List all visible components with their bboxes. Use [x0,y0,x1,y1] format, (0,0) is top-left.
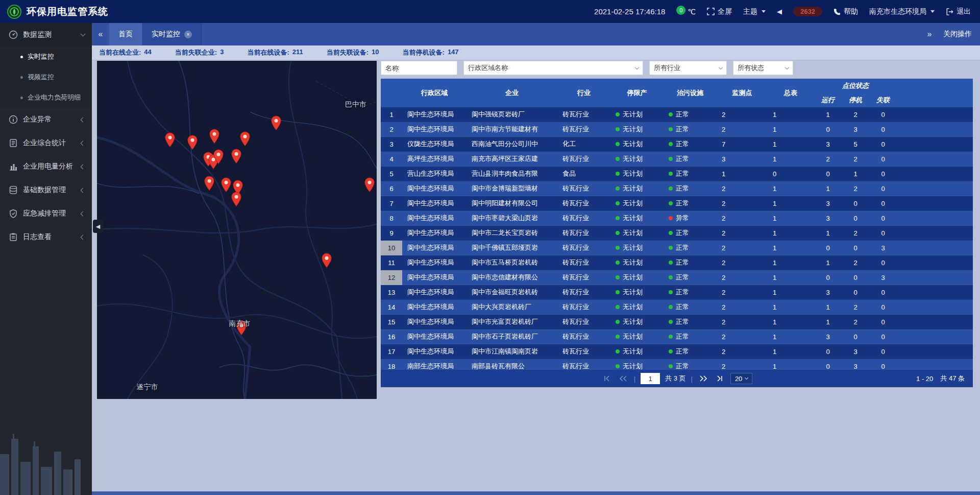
table-row[interactable]: 7阆中生态环境局阆中明阳建材有限公司砖瓦行业无计划正常21300 [381,196,973,211]
chevron-down-icon [762,10,766,13]
map-pin[interactable] [321,253,332,270]
chevron-left-icon [81,187,86,193]
row-index: 14 [381,300,402,315]
table-row[interactable]: 11阆中生态环境局阆中市五马桥页岩机砖砖瓦行业无计划正常21120 [381,255,973,270]
table-row[interactable]: 3仪陇生态环境局西南油气田分公司川中化工无计划正常71350 [381,137,973,152]
tabs-scroll-left-button[interactable]: « [92,30,109,39]
stat-lost-enterprises: 当前失联企业:3 [175,48,224,57]
sidebar-item-data-monitor[interactable]: 数据监测 [0,23,92,46]
col-group-point-status: 点位状态 运行 停机 失联 [814,79,897,107]
table-row[interactable]: 14阆中生态环境局阆中大兴页岩机砖厂砖瓦行业无计划正常21120 [381,300,973,315]
cell-stopped: 0 [842,196,869,211]
table-row[interactable]: 17阆中生态环境局阆中市江南镇阆南页岩砖瓦行业无计划正常21030 [381,344,973,359]
table-row[interactable]: 10阆中生态环境局阆中千佛镇五郎垭页岩砖瓦行业无计划正常21003 [381,241,973,255]
cell-region: 南部生态环境局 [402,359,467,370]
last-page-button[interactable] [714,373,725,384]
cell-industry: 砖瓦行业 [557,344,610,359]
footer-strip [92,491,980,495]
map-pin[interactable] [209,129,220,146]
map-pin[interactable] [213,149,224,167]
temperature: 0 ℃ [676,8,696,16]
page-number-input[interactable] [641,373,660,384]
cell-points: 2 [717,344,768,359]
tab-realtime-monitor[interactable]: 实时监控 × [142,23,202,45]
region-select[interactable]: 行政区域名称 [463,61,643,75]
map-pin[interactable] [239,131,250,149]
table-row[interactable]: 15阆中生态环境局阆中市光富页岩机砖厂砖瓦行业无计划正常21120 [381,315,973,329]
table-row[interactable]: 2阆中生态环境局阆中市南方节能建材有砖瓦行业无计划正常21030 [381,122,973,137]
tabs-scroll-right-button[interactable]: » [921,30,938,39]
database-icon [9,185,18,195]
cell-company: 阆中明阳建材有限公司 [467,196,557,211]
status-dot [669,349,673,353]
cell-points: 3 [717,152,768,167]
sidebar-item-power-load-detail[interactable]: 企业电力负荷明细 [0,87,92,108]
status-select[interactable]: 所有状态 [733,61,793,75]
cell-lost: 0 [869,344,897,359]
app-header: 环保用电监管系统 2021-02-25 17:46:18 0 ℃ 全屏 主题 ◀… [0,0,980,23]
chevron-down-icon [81,32,86,37]
map-pin[interactable] [231,192,241,209]
cell-total: 1 [768,300,814,315]
map-pin[interactable] [221,177,232,195]
cell-region: 阆中生态环境局 [402,329,467,344]
stat-lost-devices: 当前失联设备:10 [327,48,379,57]
map-pin[interactable] [165,132,176,150]
sidebar-item-realtime-monitor[interactable]: 实时监控 [0,46,92,67]
theme-menu[interactable]: 主题 [743,7,766,16]
table-row[interactable]: 9阆中生态环境局阆中市二龙长宝页岩砖砖瓦行业无计划正常21120 [381,226,973,241]
logout-button[interactable]: 退出 [946,7,971,16]
chevron-left-icon [81,117,86,122]
sidebar-item-emergency[interactable]: 应急减排管理 [0,202,92,225]
sidebar-item-enterprise-abnormal[interactable]: 企业异常 [0,108,92,131]
cell-industry: 砖瓦行业 [557,285,610,300]
table-row[interactable]: 5营山生态环境局营山县润丰肉食品有限食品无计划正常10010 [381,167,973,181]
first-page-button[interactable] [601,373,612,384]
help-button[interactable]: 帮助 [834,7,858,16]
cell-running: 0 [814,167,842,181]
map-pin[interactable] [271,115,282,133]
close-operations-button[interactable]: 关闭操作 [943,30,972,39]
cell-facility: 正常 [664,285,717,300]
map-panel[interactable]: 巴中市南充市遂宁市 [97,61,377,399]
table-row[interactable]: 4高坪生态环境局南充市高坪区王家店建砖瓦行业无计划正常31220 [381,152,973,167]
cell-stop-plan: 无计划 [610,255,664,270]
notice-prev-icon[interactable]: ◀ [777,8,782,15]
cell-stop-plan: 无计划 [610,344,664,359]
cell-running: 3 [814,137,842,152]
sidebar-item-enterprise-stats[interactable]: 企业综合统计 [0,131,92,155]
cell-points: 2 [717,226,768,241]
map-pin[interactable] [187,135,198,152]
map-pin[interactable] [364,177,375,195]
next-page-button[interactable] [698,373,709,384]
cell-stop-plan: 无计划 [610,359,664,370]
table-row[interactable]: 12阆中生态环境局阆中市忠信建材有限公砖瓦行业无计划正常21003 [381,270,973,285]
sidebar-item-power-analysis[interactable]: 企业用电量分析 [0,155,92,178]
map-pin[interactable] [231,149,241,166]
industry-select[interactable]: 所有行业 [649,61,727,75]
notice-count-badge[interactable]: 2632 [793,7,822,16]
tab-home[interactable]: 首页 [109,23,142,45]
name-search-input[interactable] [381,61,457,75]
table-row[interactable]: 18南部生态环境局南部县砖瓦有限公砖瓦行业无计划正常21030 [381,359,973,370]
table-row[interactable]: 8阆中生态环境局阆中市枣碧大梁山页岩砖瓦行业无计划异常21300 [381,211,973,226]
cell-stop-plan: 无计划 [610,167,664,181]
table-row[interactable]: 1阆中生态环境局阆中强锐页岩砖厂砖瓦行业无计划正常21120 [381,107,973,122]
sidebar-item-logs[interactable]: 日志查看 [0,225,92,249]
panel-collapse-handle[interactable]: ◀ [93,220,103,233]
sidebar-item-video-monitor[interactable]: 视频监控 [0,67,92,87]
table-row[interactable]: 16阆中生态环境局阆中市石子页岩机砖厂砖瓦行业无计划正常21300 [381,329,973,344]
map-pin[interactable] [204,176,214,193]
prev-page-button[interactable] [618,373,629,384]
fullscreen-button[interactable]: 全屏 [707,7,732,16]
user-org-menu[interactable]: 南充市生态环境局 [869,7,935,16]
cell-running: 1 [814,255,842,270]
page-size-select[interactable]: 20 [730,373,752,384]
col-points: 监测点 [717,79,768,107]
status-dot [669,290,673,294]
table-row[interactable]: 6阆中生态环境局阆中市金博瑞新型墙材砖瓦行业无计划正常21120 [381,181,973,196]
close-tab-icon[interactable]: × [184,31,192,38]
cell-running: 0 [814,122,842,137]
sidebar-item-base-data[interactable]: 基础数据管理 [0,178,92,202]
table-row[interactable]: 13阆中生态环境局阆中市金福旺页岩机砖砖瓦行业无计划正常21300 [381,285,973,300]
